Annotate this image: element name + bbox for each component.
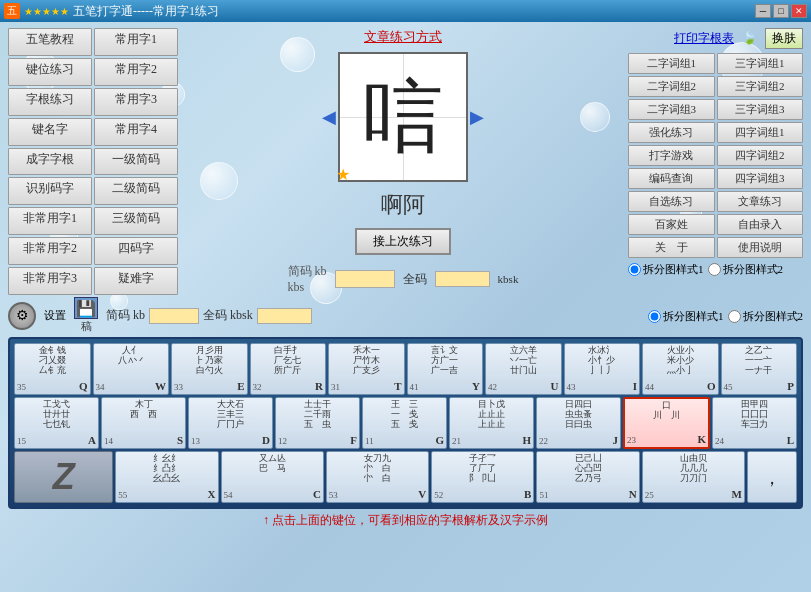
toolbar-split1-option[interactable]: 拆分图样式1: [648, 309, 724, 324]
key-c[interactable]: 又ム亾巴 马 54 C: [221, 451, 324, 503]
nav-feichanyong2[interactable]: 非常用字2: [8, 237, 92, 265]
char-display: 唁: [363, 77, 443, 157]
nav-guanyu[interactable]: 关 于: [628, 237, 715, 258]
key-u[interactable]: 立六羊丷一亡廿门山 42 U: [485, 343, 562, 395]
nav-yijianjiandma[interactable]: 一级简码: [94, 148, 178, 176]
nav-sanzicizu1[interactable]: 三字词组1: [717, 53, 804, 74]
exchange-button[interactable]: 换肤: [765, 28, 803, 49]
char-next-button[interactable]: ▶: [470, 106, 484, 128]
split-style2-option[interactable]: 拆分图样式2: [708, 262, 784, 277]
nav-erzicizu2[interactable]: 二字词组2: [628, 76, 715, 97]
nav-feichanyong3[interactable]: 非常用字3: [8, 267, 92, 295]
key-a[interactable]: 工戈弋廿廾廿七乜钆 15 A: [14, 397, 99, 449]
key-t[interactable]: 禾木一尸竹木广支彡 31 T: [328, 343, 405, 395]
key-p[interactable]: 之乙亠一一亠一ナ干 45 P: [721, 343, 798, 395]
nav-zixuanlianxi[interactable]: 自选练习: [628, 191, 715, 212]
key-y[interactable]: 言讠文方广一广一吉 41 Y: [407, 343, 484, 395]
nav-wubijiaocheng[interactable]: 五笔教程: [8, 28, 92, 56]
nav-yinanzi[interactable]: 疑难字: [94, 267, 178, 295]
star-icon: ★: [336, 165, 350, 184]
center-panel: 文章练习方式 ◀ 唁 ▶ ★ 啊阿 接上次练习 简码 kbkbs 全码 kbsk: [182, 28, 624, 295]
nav-erzicizu1[interactable]: 二字词组1: [628, 53, 715, 74]
key-z[interactable]: Z: [14, 451, 113, 503]
key-g[interactable]: 王 三一 戋五 戋 11 G: [362, 397, 447, 449]
right-nav-grid: 二字词组1 三字词组1 二字词组2 三字词组2 二字词组3 三字词组3 强化练习…: [628, 53, 803, 258]
key-h[interactable]: 目卜戊止止止上止止 21 H: [449, 397, 534, 449]
nav-ziyoulu[interactable]: 自由录入: [717, 214, 804, 235]
toolbar-split2-option[interactable]: 拆分图样式2: [728, 309, 804, 324]
key-comma[interactable]: ，: [747, 451, 797, 503]
split-style2-label: 拆分图样式2: [723, 262, 784, 277]
nav-changyongzi3[interactable]: 常用字3: [94, 88, 178, 116]
nav-sanjianjiandma[interactable]: 三级简码: [94, 207, 178, 235]
nav-changyongzi1[interactable]: 常用字1: [94, 28, 178, 56]
nav-baijiaxing[interactable]: 百家姓: [628, 214, 715, 235]
fullcode-value: kbsk: [498, 273, 519, 285]
key-o[interactable]: 火业小米小少灬小亅 44 O: [642, 343, 719, 395]
save-button[interactable]: 💾 稿: [74, 297, 98, 334]
key-k[interactable]: 口川 川 23 K: [623, 397, 710, 449]
nav-erzicizu3[interactable]: 二字词组3: [628, 99, 715, 120]
toolbar-fullcode-input[interactable]: [257, 308, 312, 324]
key-r[interactable]: 白手扌厂乞七所广斤 32 R: [250, 343, 327, 395]
nav-bianmachaxun[interactable]: 编码查询: [628, 168, 715, 189]
toolbar-shortcode-input[interactable]: [149, 308, 199, 324]
nav-qianghualizhi[interactable]: 强化练习: [628, 122, 715, 143]
nav-sizicizu2[interactable]: 四字词组2: [717, 145, 804, 166]
key-l[interactable]: 田甲四囗囗囗车彐力 24 L: [712, 397, 797, 449]
minimize-button[interactable]: ─: [755, 4, 771, 18]
nav-zigenlianxi[interactable]: 字根练习: [8, 88, 92, 116]
nav-chengzizigen[interactable]: 成字字根: [8, 148, 92, 176]
nav-zhanglianxi[interactable]: 文章练习: [717, 191, 804, 212]
nav-changyongzi4[interactable]: 常用字4: [94, 118, 178, 146]
fullcode-input[interactable]: [435, 271, 490, 287]
nav-sizicizu3[interactable]: 四字词组3: [717, 168, 804, 189]
key-s[interactable]: 木丁西 西 14 S: [101, 397, 186, 449]
char-display-box: ◀ 唁 ▶: [338, 52, 468, 182]
print-link[interactable]: 打印字根表: [674, 30, 734, 47]
key-q[interactable]: 金钅钱刁乂叕厶钅㐬 35 Q: [14, 343, 91, 395]
nav-changyongzi2[interactable]: 常用字2: [94, 58, 178, 86]
title-stars: ★★★★★: [24, 6, 69, 17]
nav-jianmingzi[interactable]: 键名字: [8, 118, 92, 146]
key-row-2: 工戈弋廿廾廿七乜钆 15 A 木丁西 西 14 S 大犬石三丰三厂冂户 13 D…: [14, 397, 797, 449]
keyboard-section: ⚙ 设置 💾 稿 简码 kb 全码 kbsk 拆分图样式1 拆分图样式2: [0, 297, 811, 509]
nav-simazi[interactable]: 四码字: [94, 237, 178, 265]
toolbar-split1-radio[interactable]: [648, 310, 661, 323]
nav-sizicizu1[interactable]: 四字词组1: [717, 122, 804, 143]
split-style2-radio[interactable]: [708, 263, 721, 276]
article-link[interactable]: 文章练习方式: [364, 28, 442, 46]
key-b[interactable]: 子孑乛了厂了阝卩凵 52 B: [431, 451, 534, 503]
char-prev-button[interactable]: ◀: [322, 106, 336, 128]
key-i[interactable]: 水冰氵小忄少亅丨丿 43 I: [564, 343, 641, 395]
split-style1-radio[interactable]: [628, 263, 641, 276]
nav-erjianjiandma[interactable]: 二级简码: [94, 177, 178, 205]
nav-jiweilian[interactable]: 键位练习: [8, 58, 92, 86]
split-style1-option[interactable]: 拆分图样式1: [628, 262, 704, 277]
shortcode-input[interactable]: [335, 270, 395, 288]
practice-button[interactable]: 接上次练习: [355, 228, 451, 255]
key-w[interactable]: 人亻八∧丷 34 W: [93, 343, 170, 395]
close-button[interactable]: ✕: [791, 4, 807, 18]
toolbar-split2-radio[interactable]: [728, 310, 741, 323]
key-e[interactable]: 月彡用⺊乃家白勺火 33 E: [171, 343, 248, 395]
maximize-button[interactable]: □: [773, 4, 789, 18]
nav-shibiemazhi[interactable]: 识别码字: [8, 177, 92, 205]
toolbar-split2-label: 拆分图样式2: [743, 309, 804, 324]
settings-icon[interactable]: ⚙: [8, 302, 36, 330]
key-m[interactable]: 山由贝几几几刀刀门 25 M: [642, 451, 745, 503]
nav-shiyongshuoming[interactable]: 使用说明: [717, 237, 804, 258]
key-f[interactable]: 土士干二千雨五 虫 12 F: [275, 397, 360, 449]
nav-sanzicizu3[interactable]: 三字词组3: [717, 99, 804, 120]
key-j[interactable]: 日四曰虫虫蚤日曰虫 22 J: [536, 397, 621, 449]
split-style1-label: 拆分图样式1: [643, 262, 704, 277]
key-n[interactable]: 已己凵心凸凹乙乃弓 51 N: [536, 451, 639, 503]
key-v[interactable]: 女刀九㣺 白㣺 白 53 V: [326, 451, 429, 503]
toolbar-shortcode-label: 简码 kb: [106, 307, 145, 324]
nav-daziyouxi[interactable]: 打字游戏: [628, 145, 715, 166]
nav-feichanyong1[interactable]: 非常用字1: [8, 207, 92, 235]
nav-sanzicizu2[interactable]: 三字词组2: [717, 76, 804, 97]
leaf-icon: 🍃: [742, 31, 757, 46]
key-d[interactable]: 大犬石三丰三厂冂户 13 D: [188, 397, 273, 449]
key-x[interactable]: 纟幺纟纟凸纟幺凸幺 55 X: [115, 451, 218, 503]
